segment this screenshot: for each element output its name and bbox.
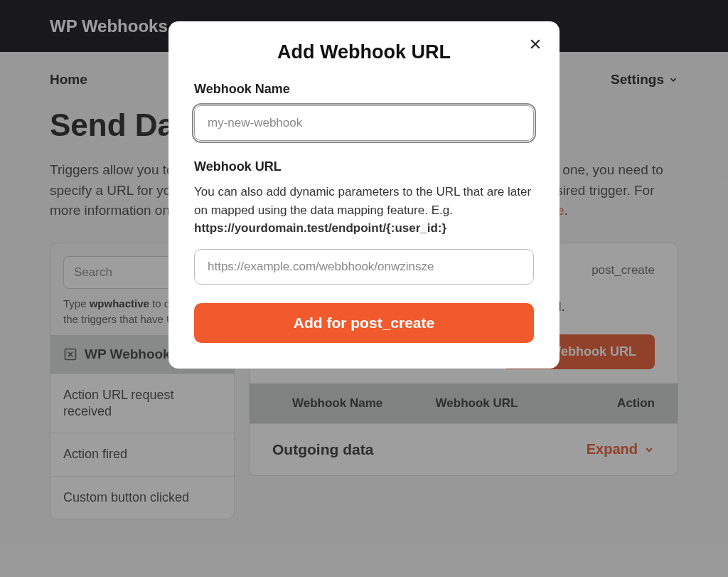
add-webhook-modal: Add Webhook URL Webhook Name Webhook URL…	[168, 21, 560, 369]
close-button[interactable]	[525, 34, 545, 56]
add-for-post-create-button[interactable]: Add for post_create	[194, 303, 534, 343]
webhook-url-input[interactable]	[194, 249, 534, 285]
modal-title: Add Webhook URL	[194, 41, 534, 63]
webhook-name-label: Webhook Name	[194, 82, 534, 97]
webhook-url-help: You can also add dynamic parameters to t…	[194, 183, 534, 238]
close-icon	[528, 37, 542, 51]
webhook-url-label: Webhook URL	[194, 159, 534, 174]
modal-overlay[interactable]: Add Webhook URL Webhook Name Webhook URL…	[0, 0, 728, 577]
webhook-name-input[interactable]	[194, 105, 534, 141]
